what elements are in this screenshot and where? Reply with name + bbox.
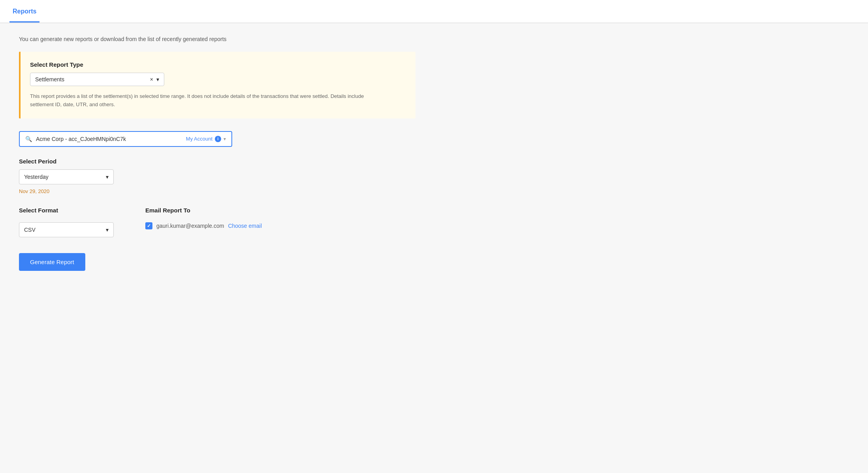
header-tabs: Reports xyxy=(9,0,859,23)
report-type-icons: × ▾ xyxy=(150,76,159,83)
tab-reports[interactable]: Reports xyxy=(9,0,39,23)
account-search-field[interactable]: 🔍 Acme Corp - acc_CJoeHMNpi0nC7k My Acco… xyxy=(19,131,232,147)
report-type-select[interactable]: Settlements × ▾ xyxy=(30,73,164,86)
report-type-label: Select Report Type xyxy=(30,61,406,68)
page-subtitle: You can generate new reports or download… xyxy=(19,36,415,42)
choose-email-link[interactable]: Choose email xyxy=(228,223,262,229)
period-chevron-icon: ▾ xyxy=(106,174,109,180)
generate-report-button[interactable]: Generate Report xyxy=(19,253,85,271)
info-icon: i xyxy=(215,136,221,142)
format-chevron-icon: ▾ xyxy=(106,227,109,233)
format-value: CSV xyxy=(24,227,36,233)
email-row: gauri.kumar@example.com Choose email xyxy=(145,222,262,229)
report-description: This report provides a list of the settl… xyxy=(30,92,385,109)
email-label: Email Report To xyxy=(145,207,262,214)
clear-icon[interactable]: × xyxy=(150,76,153,83)
report-type-section: Select Report Type Settlements × ▾ This … xyxy=(19,52,415,118)
report-type-value: Settlements xyxy=(35,76,64,83)
email-section: Email Report To gauri.kumar@example.com … xyxy=(145,207,262,237)
period-label: Select Period xyxy=(19,158,415,165)
my-account-label: My Account xyxy=(186,136,212,142)
format-section: Select Format CSV ▾ xyxy=(19,207,114,237)
period-value: Yesterday xyxy=(24,174,49,180)
format-select[interactable]: CSV ▾ xyxy=(19,222,114,237)
main-content: You can generate new reports or download… xyxy=(0,23,434,283)
dropdown-icon[interactable]: ▾ xyxy=(156,76,159,83)
period-section: Select Period Yesterday ▾ Nov 29, 2020 xyxy=(19,158,415,194)
account-text: Acme Corp - acc_CJoeHMNpi0nC7k xyxy=(36,136,186,142)
date-display: Nov 29, 2020 xyxy=(19,188,415,194)
my-account-badge: My Account i xyxy=(186,136,221,142)
header: Reports xyxy=(0,0,868,23)
period-select[interactable]: Yesterday ▾ xyxy=(19,169,114,184)
search-icon: 🔍 xyxy=(25,136,32,142)
email-checkbox[interactable] xyxy=(145,222,152,229)
bottom-row: Select Format CSV ▾ Email Report To gaur… xyxy=(19,207,415,237)
account-chevron-icon: ▾ xyxy=(224,136,226,142)
email-address: gauri.kumar@example.com xyxy=(156,223,224,229)
format-label: Select Format xyxy=(19,207,114,214)
